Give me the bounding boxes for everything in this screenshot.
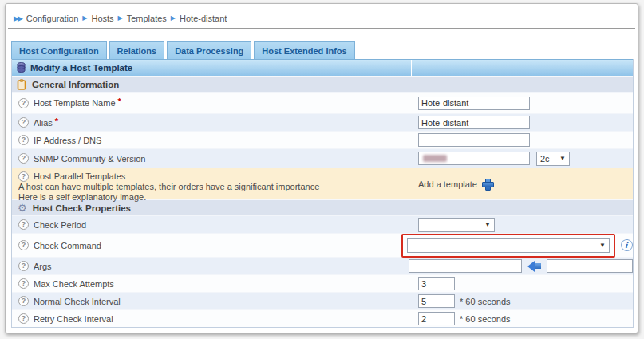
help-icon[interactable]: ? [18, 117, 29, 128]
alias-input[interactable] [418, 116, 530, 129]
field-label: Host Template Name [34, 98, 116, 108]
row-normal-check-interval: ? Normal Check Interval * 60 seconds [12, 292, 633, 309]
add-plus-icon[interactable] [482, 179, 492, 189]
chevron-right-icon: ▶ [82, 14, 87, 22]
help-icon[interactable]: ? [18, 313, 29, 324]
help-icon[interactable]: ? [18, 278, 29, 289]
tab-host-extended-infos[interactable]: Host Extended Infos [254, 41, 354, 59]
check-period-select[interactable]: ▼ [418, 218, 495, 232]
field-label: Retry Check Interval [34, 314, 113, 324]
snmp-community-input[interactable] [418, 152, 530, 165]
field-label: IP Address / DNS [34, 136, 101, 145]
help-icon[interactable]: ? [18, 171, 29, 182]
args-input-1[interactable] [409, 259, 522, 273]
double-arrow-icon: ▶▶ [14, 14, 22, 22]
field-label: Normal Check Interval [34, 297, 121, 306]
row-max-check-attempts: ? Max Check Attempts [12, 274, 633, 292]
parallel-templates-note-1: A host can have multiple templates, thei… [18, 182, 319, 192]
help-icon[interactable]: ? [18, 98, 29, 108]
row-check-command: ? Check Command ▼ i [12, 233, 633, 257]
field-label: SNMP Community & Version [34, 154, 145, 164]
breadcrumb-hote-distant[interactable]: Hote-distant [180, 14, 227, 23]
form-title: Modify a Host Template [30, 63, 132, 73]
field-label: Alias [34, 118, 53, 128]
row-alias: ? Alias * [12, 113, 633, 131]
interval-suffix: * 60 seconds [460, 297, 511, 306]
retry-check-interval-input[interactable] [418, 312, 455, 325]
selected-value: 2c [540, 154, 555, 164]
help-icon[interactable]: ? [18, 261, 29, 271]
help-icon[interactable]: ? [18, 135, 29, 145]
breadcrumb-divider [8, 28, 635, 29]
breadcrumb: ▶▶ Configuration ▶ Hosts ▶ Templates ▶ H… [6, 4, 638, 25]
gear-icon: ⚙ [18, 203, 27, 213]
help-icon[interactable]: ? [18, 153, 29, 164]
tab-relations[interactable]: Relations [109, 41, 165, 59]
dropdown-arrow-icon: ▼ [599, 242, 606, 249]
breadcrumb-templates[interactable]: Templates [127, 14, 167, 23]
breadcrumb-configuration[interactable]: Configuration [26, 14, 78, 23]
help-icon[interactable]: ? [18, 219, 29, 230]
ip-address-input[interactable] [418, 133, 530, 147]
help-icon[interactable]: ? [18, 240, 29, 250]
host-template-form: Modify a Host Template General Informati… [11, 59, 634, 328]
tab-data-processing[interactable]: Data Processing [167, 41, 251, 59]
clipboard-icon [17, 79, 26, 90]
section-title: Host Check Properties [33, 203, 131, 213]
breadcrumb-hosts[interactable]: Hosts [91, 14, 113, 23]
required-asterisk: * [118, 97, 121, 106]
chevron-right-icon: ▶ [171, 14, 176, 22]
dropdown-arrow-icon: ▼ [559, 155, 566, 162]
args-input-2[interactable] [547, 259, 633, 273]
section-title: General Information [32, 80, 119, 89]
section-general-information: General Information [12, 76, 633, 92]
add-template-link[interactable]: Add a template [418, 179, 477, 189]
host-template-name-input[interactable] [418, 97, 530, 110]
tab-bar: Host Configuration Relations Data Proces… [6, 41, 638, 59]
field-label: Max Check Attempts [34, 279, 114, 289]
tab-host-configuration[interactable]: Host Configuration [11, 41, 107, 59]
field-label: Host Parallel Templates [34, 171, 125, 182]
row-snmp: ? SNMP Community & Version 2c ▼ [12, 148, 633, 168]
row-parallel-templates: ? Host Parallel Templates A host can hav… [12, 168, 633, 199]
field-label: Args [34, 262, 52, 271]
form-title-bar: Modify a Host Template [12, 59, 633, 76]
info-icon[interactable]: i [620, 238, 634, 252]
row-ip-address: ? IP Address / DNS [12, 131, 633, 148]
help-icon[interactable]: ? [18, 296, 29, 306]
database-icon [17, 62, 26, 73]
required-asterisk: * [55, 116, 58, 126]
check-command-highlight-box: ▼ [401, 234, 615, 258]
field-label: Check Period [34, 220, 86, 230]
check-command-select[interactable]: ▼ [407, 238, 610, 253]
row-check-period: ? Check Period ▼ [12, 215, 633, 233]
row-args: ? Args [12, 257, 633, 274]
chevron-right-icon: ▶ [118, 14, 123, 22]
row-retry-check-interval: ? Retry Check Interval * 60 seconds [12, 309, 633, 327]
field-label: Check Command [34, 241, 101, 250]
snmp-version-select[interactable]: 2c ▼ [536, 152, 570, 166]
obscured-value [423, 155, 447, 162]
configuration-window: ▶▶ Configuration ▶ Hosts ▶ Templates ▶ H… [5, 3, 638, 333]
max-check-attempts-input[interactable] [418, 277, 455, 290]
dropdown-arrow-icon: ▼ [484, 221, 491, 228]
arrow-left-icon[interactable] [527, 261, 541, 272]
parallel-templates-note-2: Here is a self explanatory image. [18, 192, 319, 203]
normal-check-interval-input[interactable] [418, 294, 455, 308]
row-host-template-name: ? Host Template Name * [12, 92, 633, 113]
interval-suffix: * 60 seconds [460, 314, 511, 324]
